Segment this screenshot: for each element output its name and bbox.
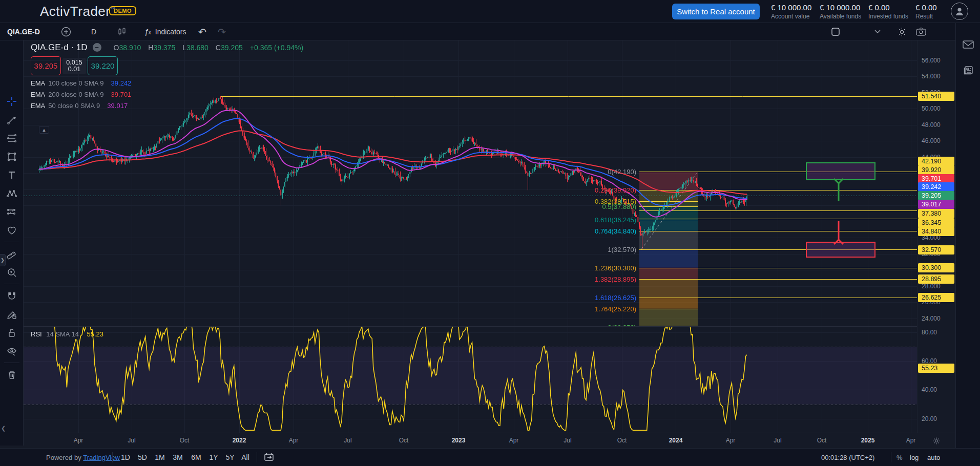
switch-to-real-account-button[interactable]: Switch to Real account xyxy=(672,4,760,19)
session-clock[interactable]: 00:01:28 (UTC+2) xyxy=(821,449,874,466)
bottom-bar: Powered by TradingView 1D5D1M3M6M1Y5YAll… xyxy=(0,448,980,466)
widget-rail xyxy=(955,23,980,466)
price-badge: 37.380 xyxy=(918,209,954,218)
price-axis-label: 24.000 xyxy=(922,315,941,322)
pattern-tool[interactable] xyxy=(4,185,20,202)
time-axis[interactable]: AprJulOct2022AprJulOct2023AprJulOct2024A… xyxy=(24,433,917,448)
hide-series-icon[interactable]: − xyxy=(93,43,101,52)
indicator-legend-row[interactable]: EMA100 close 0 SMA 939.242 xyxy=(31,80,303,87)
axis-settings-gear-icon[interactable] xyxy=(932,437,941,445)
chevron-down-icon xyxy=(874,30,881,34)
settings-button[interactable] xyxy=(892,23,911,40)
redo-icon: ↷ xyxy=(218,26,226,38)
timeframe-1m[interactable]: 1M xyxy=(152,449,168,466)
timeframe-6m[interactable]: 6M xyxy=(188,449,204,466)
magnet-tool[interactable] xyxy=(4,288,20,304)
timeframe-all[interactable]: All xyxy=(238,449,253,466)
rsi-params: 14 SMA 14 xyxy=(46,330,79,338)
add-symbol-button[interactable] xyxy=(57,23,75,40)
trend-line-tool[interactable] xyxy=(4,112,20,128)
gear-icon xyxy=(896,27,907,37)
indicator-value: 39.017 xyxy=(107,102,128,109)
tradingview-link[interactable]: TradingView xyxy=(83,454,120,461)
auto-scale-button[interactable]: auto xyxy=(927,449,940,466)
price-axis-label: 56.000 xyxy=(922,57,941,64)
rsi-name[interactable]: RSI xyxy=(31,330,42,338)
lock-all-tool[interactable] xyxy=(4,325,20,341)
scroll-left-chevron[interactable]: ❮ xyxy=(1,425,6,432)
time-axis-label: Jul xyxy=(564,437,571,444)
time-axis-label: Apr xyxy=(906,437,916,444)
log-scale-button[interactable]: log xyxy=(910,449,919,466)
remove-drawings-tool[interactable] xyxy=(4,367,20,383)
close-value: 39.205 xyxy=(221,44,243,52)
indicator-legend-row[interactable]: EMA50 close 0 SMA 939.017 xyxy=(31,102,303,109)
price-axis-label: 28.000 xyxy=(922,283,941,290)
screenshot-button[interactable] xyxy=(912,23,930,40)
price-axis-label: 54.000 xyxy=(922,73,941,80)
messages-button[interactable] xyxy=(961,37,975,52)
crosshair-tool[interactable] xyxy=(4,93,20,110)
sell-button[interactable]: 39.205 xyxy=(31,56,61,75)
demo-badge: DEMO xyxy=(109,6,136,15)
go-to-date-button[interactable] xyxy=(264,449,274,466)
fullscreen-button[interactable] xyxy=(827,23,844,40)
fib-retracement-tool[interactable] xyxy=(4,130,20,146)
drawing-tools-rail xyxy=(0,40,24,446)
forecast-tool[interactable] xyxy=(4,204,20,220)
indicator-name: EMA xyxy=(31,80,45,87)
tool-divider xyxy=(4,363,19,363)
price-axis[interactable]: 56.00054.00052.00050.00048.00046.00044.0… xyxy=(917,40,955,433)
measure-tool[interactable] xyxy=(4,246,20,262)
go-to-date-icon xyxy=(264,453,274,462)
timeframe-1y[interactable]: 1Y xyxy=(206,449,221,466)
collapse-legend-button[interactable]: ▲ xyxy=(39,126,49,134)
rsi-axis-label: 20.00 xyxy=(922,415,937,422)
timeframe-5d[interactable]: 5D xyxy=(135,449,150,466)
price-badge: 34.840 xyxy=(918,227,954,236)
price-badge: 32.570 xyxy=(918,245,954,255)
avatar[interactable] xyxy=(951,3,968,20)
account-stat: € 10 000.00Account value xyxy=(771,3,811,20)
emoji-tool[interactable] xyxy=(4,222,20,239)
news-button[interactable] xyxy=(961,63,975,77)
chart-type-button[interactable] xyxy=(112,23,132,40)
low-value: 38.680 xyxy=(186,44,208,52)
time-axis-label: 2025 xyxy=(861,437,875,444)
drawing-lock-tool[interactable] xyxy=(4,306,20,323)
hide-drawings-tool[interactable] xyxy=(4,343,20,359)
collapse-toolbar-tab[interactable]: ❯ xyxy=(0,254,6,266)
interval-button[interactable]: D xyxy=(81,23,107,40)
upper-target-zone[interactable] xyxy=(806,162,875,180)
indicator-value: 39.242 xyxy=(111,80,132,87)
indicator-legend-row[interactable]: EMA200 close 0 SMA 939.701 xyxy=(31,91,303,98)
shapes-tool[interactable] xyxy=(4,149,20,165)
fx-icon: ƒx xyxy=(144,28,151,36)
symbol-title[interactable]: QIA.GE-d · 1D xyxy=(31,43,88,52)
timeframe-3m[interactable]: 3M xyxy=(170,449,185,466)
price-axis-label: 48.000 xyxy=(922,121,941,129)
percent-scale-button[interactable]: % xyxy=(896,449,903,466)
buy-button[interactable]: 39.220 xyxy=(88,56,118,75)
price-badge: 30.300 xyxy=(918,263,954,272)
timeframe-5y[interactable]: 5Y xyxy=(222,449,237,466)
stat-value: € 10 000.00 xyxy=(771,3,811,13)
price-badge: 36.345 xyxy=(918,218,954,227)
text-tool[interactable] xyxy=(4,167,20,183)
save-menu-button[interactable] xyxy=(871,23,884,40)
symbol-button[interactable]: QIA.GE-D xyxy=(7,23,40,40)
rsi-axis-label: 80.00 xyxy=(922,329,937,336)
timeframe-1d[interactable]: 1D xyxy=(118,449,133,466)
lower-target-zone[interactable] xyxy=(806,242,875,258)
app-logo: ActivTrader™ xyxy=(40,4,116,19)
stat-label: Result xyxy=(915,13,937,20)
undo-button[interactable]: ↶ xyxy=(194,23,211,40)
time-axis-label: Oct xyxy=(617,437,627,444)
account-stat: € 0.00Result xyxy=(915,3,937,20)
zoom-in-tool[interactable] xyxy=(4,264,20,281)
indicator-params: 100 close 0 SMA 9 xyxy=(48,80,103,87)
chart-legend: QIA.GE-d · 1D − O38.910 H39.375 L38.680 … xyxy=(31,43,303,109)
open-value: 38.910 xyxy=(119,44,141,52)
indicators-button[interactable]: ƒx Indicators xyxy=(140,23,191,40)
redo-button[interactable]: ↷ xyxy=(213,23,231,40)
